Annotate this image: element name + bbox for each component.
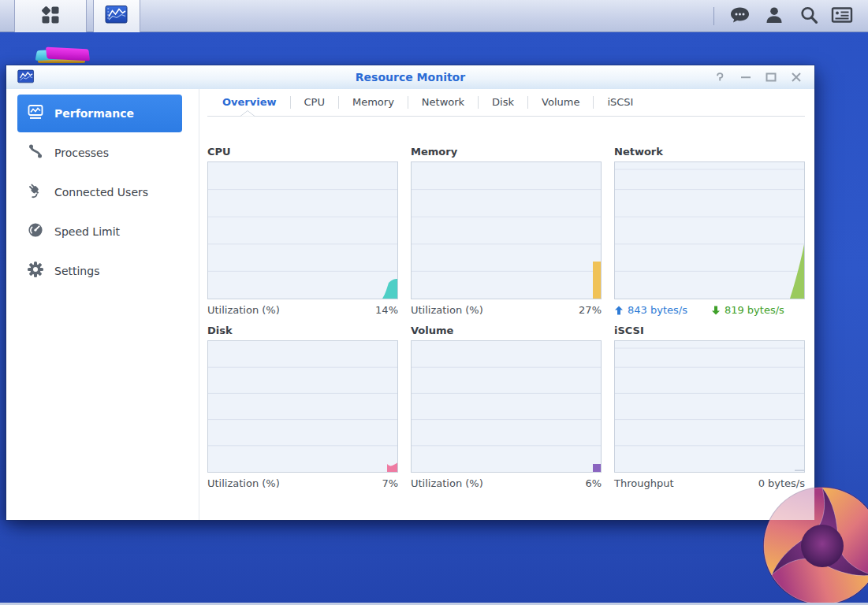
maximize-button[interactable] (762, 70, 780, 84)
panel-cpu: CPU Utilization (%) 14% (207, 146, 398, 316)
widgets-button[interactable] (829, 6, 855, 28)
taskbar (0, 0, 868, 32)
processes-icon (27, 143, 44, 163)
panel-title: Memory (411, 146, 602, 161)
sidebar-item-label: Speed Limit (54, 225, 120, 238)
tab-bar: Overview CPU Memory Network Disk Volume … (209, 91, 646, 114)
network-traffic-chart (614, 161, 805, 299)
sidebar-item-processes[interactable]: Processes (17, 134, 182, 172)
content-area: Overview CPU Memory Network Disk Volume … (199, 89, 814, 520)
panel-title: Disk (207, 325, 398, 340)
network-upload-value: 843 bytes/s (628, 304, 687, 316)
chart-footer-label: Throughput (614, 477, 674, 489)
desktop-icon-shape-magenta (46, 47, 90, 61)
sidebar: Performance Processes (6, 89, 199, 520)
main-menu-icon (40, 5, 61, 28)
resource-monitor-app-icon (105, 5, 129, 28)
user-icon (764, 6, 784, 28)
panel-title: Network (614, 146, 805, 161)
tab-network[interactable]: Network (408, 91, 478, 114)
panel-iscsi: iSCSI Throughput 0 bytes/s (614, 325, 805, 489)
tab-iscsi[interactable]: iSCSI (594, 91, 646, 114)
tab-underline (207, 116, 805, 117)
panel-network: Network 843 bytes/s (614, 146, 805, 316)
chat-icon (729, 6, 751, 28)
tab-disk[interactable]: Disk (479, 91, 527, 114)
pin-button[interactable] (710, 70, 729, 84)
panel-title: Volume (411, 325, 602, 340)
panel-volume: Volume Utilization (%) 6% (411, 325, 602, 489)
chart-footer-value: 14% (375, 304, 398, 316)
panel-title: iSCSI (614, 325, 805, 340)
sidebar-item-settings[interactable]: Settings (17, 252, 182, 290)
iscsi-throughput-chart (614, 340, 805, 473)
panel-disk: Disk Utilization (%) 7% (207, 325, 398, 489)
sidebar-item-label: Settings (54, 265, 99, 277)
network-download-stat: 819 bytes/s (711, 304, 784, 316)
chart-footer-label: Utilization (%) (207, 477, 280, 489)
memory-utilization-chart (411, 161, 602, 299)
notifications-button[interactable] (726, 6, 753, 28)
sidebar-item-performance[interactable]: Performance (17, 95, 182, 132)
close-button[interactable] (787, 70, 806, 84)
speedometer-icon (27, 221, 44, 242)
plug-icon (27, 182, 44, 202)
gear-icon (27, 261, 44, 281)
taskbar-separator (713, 7, 714, 25)
window-title: Resource Monitor (6, 65, 814, 89)
chart-footer-value: 27% (579, 304, 602, 316)
network-upload-stat: 843 bytes/s (614, 304, 687, 316)
download-arrow-icon (711, 306, 721, 315)
desktop: Resource Monitor (0, 0, 868, 605)
resource-monitor-window: Resource Monitor (6, 65, 814, 520)
cpu-utilization-chart (207, 161, 398, 299)
active-tab-notch (240, 110, 255, 117)
performance-icon (27, 103, 44, 124)
network-download-value: 819 bytes/s (725, 304, 784, 316)
tab-memory[interactable]: Memory (339, 91, 408, 114)
sidebar-item-label: Performance (54, 107, 134, 120)
minimize-button[interactable] (736, 70, 755, 84)
window-titlebar[interactable]: Resource Monitor (6, 65, 814, 89)
chart-footer-label: Utilization (%) (207, 304, 280, 316)
upload-arrow-icon (614, 306, 624, 315)
widgets-icon (830, 5, 854, 28)
sidebar-item-connected-users[interactable]: Connected Users (17, 173, 182, 211)
volume-utilization-chart (411, 340, 602, 473)
account-button[interactable] (761, 6, 788, 28)
main-menu-button[interactable] (14, 0, 87, 32)
search-icon (799, 5, 819, 28)
sidebar-item-speed-limit[interactable]: Speed Limit (17, 213, 182, 251)
sidebar-item-label: Connected Users (54, 186, 148, 199)
disk-utilization-chart (207, 340, 398, 473)
taskbar-resource-monitor-button[interactable] (93, 0, 140, 32)
panel-memory: Memory Utilization (%) 27% (411, 146, 602, 316)
tab-cpu[interactable]: CPU (291, 91, 338, 114)
tab-volume[interactable]: Volume (528, 91, 593, 114)
chart-footer-label: Utilization (%) (411, 477, 483, 489)
panel-title: CPU (207, 146, 398, 161)
search-button[interactable] (795, 6, 822, 28)
chart-footer-label: Utilization (%) (411, 304, 483, 316)
chart-footer-value: 6% (585, 477, 602, 489)
desktop-icon[interactable] (36, 46, 91, 65)
sidebar-item-label: Processes (54, 147, 109, 159)
chart-footer-value: 7% (382, 477, 398, 489)
